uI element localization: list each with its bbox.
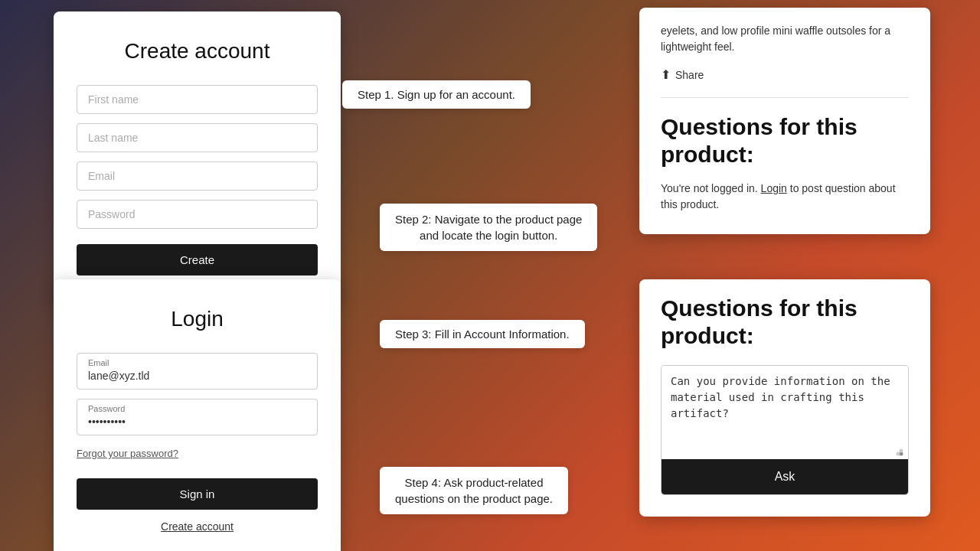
create-account-title: Create account xyxy=(77,39,318,64)
product-card-top: eyelets, and low profile mini waffle out… xyxy=(639,8,930,234)
product-card-bottom: Questions for this product: Ask xyxy=(639,279,930,517)
svg-point-2 xyxy=(900,449,903,453)
step-4-line2: questions on the product page. xyxy=(395,492,553,505)
login-password-input[interactable] xyxy=(88,416,306,428)
step-2-text: Step 2: Navigate to the product page and… xyxy=(395,211,582,243)
step-4-bubble: Step 4: Ask product-related questions on… xyxy=(380,467,568,514)
product-body-text: eyelets, and low profile mini waffle out… xyxy=(661,23,909,55)
login-password-label: Password xyxy=(88,404,306,413)
login-email-label: Email xyxy=(88,358,306,367)
product-questions-title-bottom: Questions for this product: xyxy=(661,295,909,350)
step-1-bubble: Step 1. Sign up for an account. xyxy=(342,80,531,109)
step-3-bubble: Step 3: Fill in Account Information. xyxy=(380,320,585,348)
step-1-label: Step 1. Sign up for an account. xyxy=(358,88,515,101)
question-textarea[interactable] xyxy=(671,373,899,438)
not-logged-text: You're not logged in. Login to post ques… xyxy=(661,181,909,213)
first-name-group xyxy=(77,85,318,114)
login-email-group: Email xyxy=(77,353,318,390)
login-title: Login xyxy=(77,307,318,331)
last-name-input[interactable] xyxy=(77,123,318,152)
last-name-group xyxy=(77,123,318,152)
step-2-bubble: Step 2: Navigate to the product page and… xyxy=(380,204,597,251)
share-label[interactable]: Share xyxy=(675,69,704,81)
share-icon: ⬆ xyxy=(661,67,671,82)
create-account-card: Create account Create xyxy=(54,11,341,303)
divider xyxy=(661,97,909,98)
question-textarea-wrapper xyxy=(662,366,908,459)
password-group xyxy=(77,200,318,229)
resize-handle-icon xyxy=(893,445,903,456)
login-card: Login Email Password Forgot your passwor… xyxy=(54,279,341,551)
login-password-group: Password xyxy=(77,399,318,435)
product-questions-title-top: Questions for this product: xyxy=(661,113,909,168)
step-4-text: Step 4: Ask product-related questions on… xyxy=(395,474,553,507)
share-row: ⬆ Share xyxy=(661,67,909,82)
sign-in-button[interactable]: Sign in xyxy=(77,478,318,510)
email-group xyxy=(77,161,318,191)
email-input[interactable] xyxy=(77,161,318,191)
login-email-input[interactable] xyxy=(88,370,306,382)
step-4-line1: Step 4: Ask product-related xyxy=(405,476,544,489)
question-container: Ask xyxy=(661,365,909,495)
forgot-password-link[interactable]: Forgot your password? xyxy=(77,448,178,459)
step-2-line1: Step 2: Navigate to the product page xyxy=(395,213,582,226)
step-2-line2: and locate the login button. xyxy=(420,229,557,242)
login-link[interactable]: Login xyxy=(761,182,787,194)
first-name-input[interactable] xyxy=(77,85,318,114)
create-account-link[interactable]: Create account xyxy=(77,520,318,533)
svg-point-1 xyxy=(897,452,900,456)
create-button[interactable]: Create xyxy=(77,244,318,276)
step-3-label: Step 3: Fill in Account Information. xyxy=(395,328,570,341)
password-input[interactable] xyxy=(77,200,318,229)
ask-button[interactable]: Ask xyxy=(662,459,908,494)
